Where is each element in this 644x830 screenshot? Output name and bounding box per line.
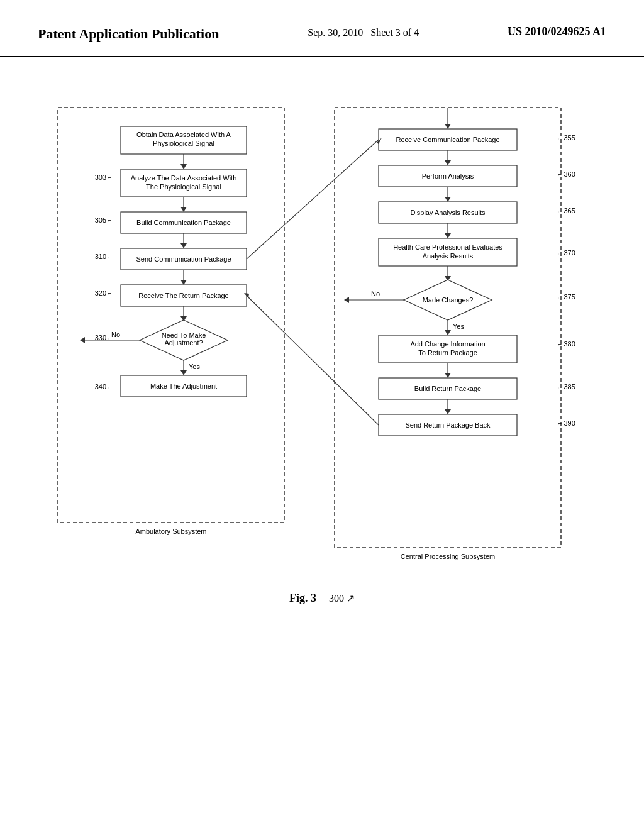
patent-number: US 2010/0249625 A1 (508, 25, 606, 38)
svg-text:Send Communication Package: Send Communication Package (136, 255, 231, 263)
svg-marker-45 (80, 337, 85, 343)
diagram-wrapper: Obtain Data Associated With A Physiologi… (38, 95, 606, 585)
svg-marker-78 (344, 297, 349, 303)
svg-text:Send Return Package Back: Send Return Package Back (405, 421, 491, 429)
svg-marker-6 (180, 164, 187, 169)
svg-text:Receive The Return Package: Receive The Return Package (138, 292, 229, 299)
svg-text:⌐ 380: ⌐ 380 (558, 340, 575, 348)
svg-text:⌐: ⌐ (108, 289, 111, 297)
svg-text:⌐ 365: ⌐ 365 (558, 207, 575, 214)
svg-marker-19 (180, 243, 187, 248)
svg-marker-13 (180, 207, 187, 212)
svg-marker-25 (180, 280, 187, 285)
svg-text:340: 340 (95, 383, 106, 390)
svg-marker-85 (445, 373, 451, 378)
svg-text:Analysis Results: Analysis Results (423, 252, 474, 260)
svg-marker-90 (445, 409, 451, 414)
svg-text:The Physiological Signal: The Physiological Signal (146, 183, 221, 191)
publication-title: Patent Application Publication (38, 25, 219, 43)
svg-text:Physiological Signal: Physiological Signal (153, 140, 214, 147)
svg-text:Analyze The Data Associated Wi: Analyze The Data Associated With (131, 174, 237, 182)
svg-marker-49 (445, 124, 451, 129)
svg-text:320: 320 (95, 289, 106, 297)
svg-text:⌐: ⌐ (108, 253, 111, 260)
svg-text:Perform Analysis: Perform Analysis (422, 172, 474, 180)
svg-marker-54 (445, 160, 451, 165)
svg-marker-75 (445, 330, 451, 335)
svg-text:Health Care Professional Evalu: Health Care Professional Evaluates (393, 243, 502, 251)
svg-marker-38 (180, 370, 187, 375)
svg-text:Display Analysis Results: Display Analysis Results (410, 209, 486, 216)
svg-text:⌐ 385: ⌐ 385 (558, 383, 575, 390)
svg-text:⌐ 370: ⌐ 370 (558, 249, 575, 257)
svg-text:⌐ 375: ⌐ 375 (558, 293, 575, 301)
svg-text:310: 310 (95, 253, 106, 260)
figure-label: Fig. 3 (289, 592, 316, 604)
svg-text:No: No (371, 290, 380, 297)
svg-text:⌐ 390: ⌐ 390 (558, 419, 575, 427)
diagram-container: Obtain Data Associated With A Physiologi… (45, 95, 599, 585)
svg-text:Make The Adjustment: Make The Adjustment (150, 382, 217, 390)
svg-text:Receive Communication Package: Receive Communication Package (396, 136, 499, 143)
svg-text:Yes: Yes (453, 323, 464, 330)
main-content: Obtain Data Associated With A Physiologi… (0, 57, 644, 630)
svg-text:⌐ 355: ⌐ 355 (558, 134, 575, 141)
svg-text:Made Changes?: Made Changes? (423, 296, 474, 304)
svg-line-95 (247, 140, 379, 259)
svg-text:Need To Make: Need To Make (162, 331, 206, 339)
svg-text:⌐ 360: ⌐ 360 (558, 170, 575, 178)
svg-line-97 (247, 296, 379, 425)
svg-text:No: No (111, 331, 120, 338)
svg-marker-59 (445, 197, 451, 202)
svg-text:Adjustment?: Adjustment? (164, 339, 203, 346)
svg-text:Yes: Yes (189, 363, 200, 370)
page-header: Patent Application Publication Sep. 30, … (0, 0, 644, 57)
svg-text:⌐: ⌐ (108, 174, 111, 181)
svg-text:Build Return Package: Build Return Package (414, 385, 481, 392)
figure-arrow: ↗ (347, 593, 355, 604)
svg-text:⌐: ⌐ (108, 383, 111, 390)
svg-text:Obtain Data Associated With A: Obtain Data Associated With A (136, 131, 231, 138)
svg-text:303: 303 (95, 174, 106, 181)
svg-text:305: 305 (95, 216, 106, 224)
figure-caption: Fig. 3 300 ↗ (38, 592, 606, 605)
figure-number: 300 (329, 593, 344, 604)
svg-text:Central Processing Subsystem: Central Processing Subsystem (401, 553, 495, 560)
svg-text:Ambulatory Subsystem: Ambulatory Subsystem (135, 528, 206, 535)
svg-marker-64 (445, 233, 451, 238)
svg-text:⌐: ⌐ (108, 216, 111, 224)
svg-text:To Return Package: To Return Package (418, 349, 477, 357)
svg-text:Build Communication Package: Build Communication Package (136, 219, 231, 226)
svg-text:Add Change Information: Add Change Information (410, 340, 485, 348)
publication-date: Sep. 30, 2010 Sheet 3 of 4 (308, 25, 419, 40)
